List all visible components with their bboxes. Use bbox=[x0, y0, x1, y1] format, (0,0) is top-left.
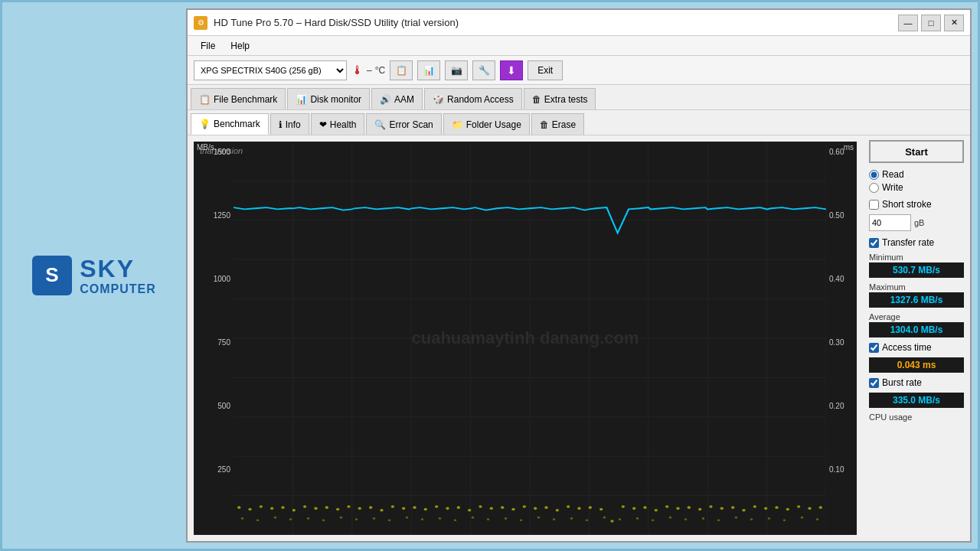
svg-point-31 bbox=[336, 508, 339, 511]
logo-text: SKY COMPUTER bbox=[80, 256, 156, 296]
y-left-1000: 1000 bbox=[194, 275, 230, 283]
write-radio[interactable] bbox=[869, 183, 879, 193]
svg-point-53 bbox=[577, 507, 580, 510]
svg-point-66 bbox=[720, 507, 724, 510]
tabs-row-2: 💡 Benchmark ℹ Info ❤ Health 🔍 Error Scan… bbox=[188, 110, 970, 135]
logo-box: S SKY COMPUTER bbox=[32, 256, 156, 296]
svg-point-103 bbox=[684, 518, 687, 520]
svg-point-37 bbox=[402, 507, 405, 510]
svg-point-73 bbox=[797, 505, 800, 508]
minimum-label: Minimum bbox=[869, 253, 964, 262]
tab-random-access-label: Random Access bbox=[447, 94, 514, 105]
aam-icon: 🔊 bbox=[380, 94, 391, 105]
tab-error-scan[interactable]: 🔍 Error Scan bbox=[366, 113, 441, 135]
cpu-usage-header: CPU usage bbox=[869, 412, 964, 422]
tab-extra-tests-label: Extra tests bbox=[544, 94, 588, 105]
transfer-rate-text: Transfer rate bbox=[882, 237, 934, 248]
chart-button[interactable]: 📊 bbox=[417, 60, 440, 80]
erase-icon: 🗑 bbox=[540, 119, 549, 130]
tab-folder-usage-label: Folder Usage bbox=[466, 119, 521, 130]
tab-aam[interactable]: 🔊 AAM bbox=[371, 88, 423, 109]
svg-text:S: S bbox=[46, 263, 59, 286]
maximum-value: 1327.6 MB/s bbox=[869, 292, 964, 308]
access-time-label[interactable]: Access time bbox=[869, 342, 964, 353]
chart-unit-right: ms bbox=[844, 143, 854, 152]
tab-benchmark[interactable]: 💡 Benchmark bbox=[191, 113, 269, 135]
health-icon: ❤ bbox=[319, 119, 327, 130]
svg-point-22 bbox=[237, 506, 240, 509]
y-axis-left: 1500 1250 1000 750 500 250 bbox=[194, 142, 234, 535]
svg-point-35 bbox=[380, 509, 383, 512]
logo-icon: S bbox=[32, 256, 72, 295]
svg-point-74 bbox=[808, 507, 811, 510]
svg-point-39 bbox=[424, 508, 427, 511]
svg-point-45 bbox=[490, 507, 493, 510]
svg-point-52 bbox=[567, 505, 570, 508]
y-right-050: 0.50 bbox=[829, 211, 854, 220]
disk-selector[interactable]: XPG SPECTRIX S40G (256 gB) bbox=[194, 60, 347, 80]
svg-point-108 bbox=[768, 517, 770, 520]
y-left-500: 500 bbox=[194, 402, 230, 410]
menu-file[interactable]: File bbox=[194, 38, 222, 54]
svg-point-85 bbox=[388, 519, 390, 521]
svg-point-32 bbox=[347, 505, 350, 508]
tab-extra-tests[interactable]: 🗑 Extra tests bbox=[524, 88, 596, 109]
burst-rate-label[interactable]: Burst rate bbox=[869, 377, 964, 388]
camera-button[interactable]: 📷 bbox=[445, 60, 468, 80]
svg-point-47 bbox=[511, 508, 514, 511]
copy-button[interactable]: 📋 bbox=[390, 60, 413, 80]
maximize-button[interactable]: □ bbox=[921, 15, 941, 31]
y-right-040: 0.40 bbox=[829, 275, 854, 283]
tab-erase[interactable]: 🗑 Erase bbox=[531, 113, 584, 135]
svg-point-49 bbox=[534, 507, 537, 510]
value-input[interactable] bbox=[869, 214, 911, 231]
svg-point-42 bbox=[457, 506, 460, 509]
svg-point-54 bbox=[589, 506, 592, 509]
average-section: Average 1304.0 MB/s bbox=[869, 312, 964, 337]
logo-sky-text: SKY bbox=[80, 256, 156, 282]
svg-point-75 bbox=[819, 506, 822, 509]
read-radio[interactable] bbox=[869, 170, 879, 180]
extra-tests-icon: 🗑 bbox=[532, 94, 541, 105]
tab-file-benchmark[interactable]: 📋 File Benchmark bbox=[191, 88, 286, 109]
svg-point-81 bbox=[322, 519, 325, 521]
tab-folder-usage[interactable]: 📁 Folder Usage bbox=[443, 113, 530, 135]
access-time-checkbox[interactable] bbox=[869, 343, 879, 353]
download-button[interactable]: ⬇ bbox=[500, 60, 523, 80]
tab-error-scan-label: Error Scan bbox=[389, 119, 433, 130]
svg-point-77 bbox=[256, 519, 259, 521]
tab-random-access[interactable]: 🎲 Random Access bbox=[424, 88, 522, 109]
thermometer-icon: 🌡 bbox=[351, 64, 364, 77]
close-button[interactable]: ✕ bbox=[944, 15, 964, 31]
start-button[interactable]: Start bbox=[869, 140, 964, 163]
svg-point-111 bbox=[816, 518, 818, 520]
svg-point-79 bbox=[289, 518, 292, 520]
short-stroke-checkbox[interactable] bbox=[869, 200, 879, 210]
svg-point-44 bbox=[479, 505, 482, 508]
tab-disk-monitor[interactable]: 📊 Disk monitor bbox=[287, 88, 370, 109]
svg-point-89 bbox=[454, 519, 456, 521]
access-time-value: 0.043 ms bbox=[869, 357, 964, 373]
tools-button[interactable]: 🔧 bbox=[472, 60, 495, 80]
burst-rate-checkbox[interactable] bbox=[869, 378, 879, 388]
svg-point-102 bbox=[669, 517, 671, 519]
tab-erase-label: Erase bbox=[552, 119, 576, 130]
tab-info[interactable]: ℹ Info bbox=[270, 113, 309, 135]
short-stroke-label[interactable]: Short stroke bbox=[869, 199, 964, 210]
transfer-rate-label[interactable]: Transfer rate bbox=[869, 237, 964, 248]
minimize-button[interactable]: — bbox=[898, 15, 918, 31]
tab-health[interactable]: ❤ Health bbox=[311, 113, 365, 135]
read-label: Read bbox=[882, 169, 904, 180]
transfer-rate-checkbox[interactable] bbox=[869, 238, 879, 248]
svg-point-109 bbox=[783, 519, 786, 521]
svg-point-105 bbox=[717, 519, 720, 521]
average-label: Average bbox=[869, 312, 964, 321]
svg-point-95 bbox=[553, 518, 555, 520]
svg-point-101 bbox=[652, 519, 654, 521]
read-radio-label[interactable]: Read bbox=[869, 169, 964, 180]
exit-button[interactable]: Exit bbox=[528, 60, 563, 80]
svg-point-46 bbox=[501, 506, 504, 509]
content-area: MB/s ms 1500 1250 1000 750 500 250 0.60 … bbox=[188, 135, 970, 541]
write-radio-label[interactable]: Write bbox=[869, 182, 964, 193]
menu-help[interactable]: Help bbox=[224, 38, 256, 54]
